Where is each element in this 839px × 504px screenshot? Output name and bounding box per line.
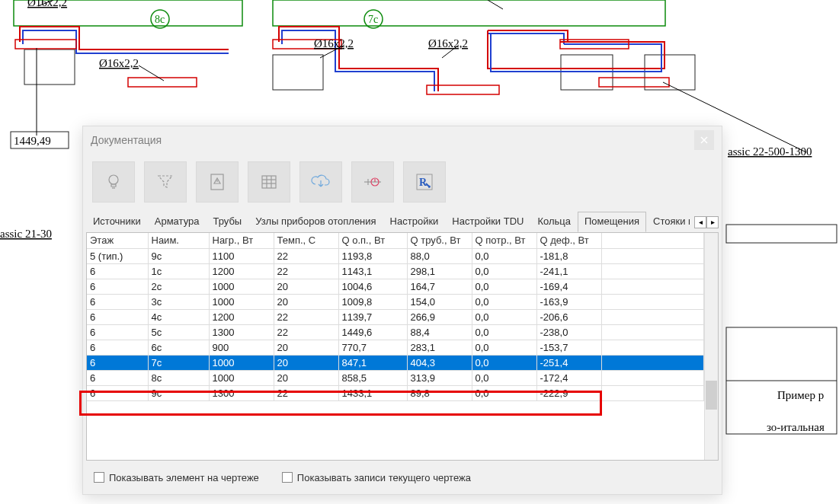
table-cell: -163,9	[536, 294, 601, 309]
table-cell: 0,0	[472, 309, 536, 324]
tab-heating-units[interactable]: Узлы приборов отопления	[248, 212, 383, 232]
table-cell: 9с	[148, 248, 209, 263]
checkbox-icon	[94, 472, 104, 483]
table-cell: -206,6	[536, 309, 601, 324]
vertical-scrollbar[interactable]	[704, 233, 718, 460]
table-cell: 7с	[148, 355, 209, 370]
table-cell: 2с	[148, 279, 209, 294]
table-cell: 1с	[148, 263, 209, 279]
svg-rect-31	[262, 176, 276, 188]
col-qcons[interactable]: Q потр., Вт	[472, 233, 536, 248]
col-spacer	[601, 233, 704, 248]
titlebar: Документация	[83, 126, 722, 154]
col-name[interactable]: Наим.	[148, 233, 209, 248]
table-cell: 1139,7	[338, 309, 407, 324]
cad-label: Ø16x2,2	[428, 37, 468, 49]
show-current-drawing-records-checkbox[interactable]: Показывать записи текущего чертежа	[282, 472, 471, 483]
tab-sources[interactable]: Источники	[86, 212, 148, 232]
tab-risers[interactable]: Стояки в перек	[646, 212, 690, 232]
table-row[interactable]: 66с90020770,7283,10,0-153,7	[87, 340, 704, 355]
table-cell: 8с	[148, 370, 209, 385]
table-cell	[601, 385, 704, 400]
table-header-row: Этаж Наим. Нагр., Вт Темп., С Q о.п., Вт…	[87, 233, 704, 248]
tab-rooms[interactable]: Помещения	[578, 212, 646, 232]
table-cell	[601, 355, 704, 370]
table-cell: 858,5	[338, 370, 407, 385]
table-cell: 6	[87, 385, 148, 400]
cad-label: 8c	[155, 14, 165, 25]
table-cell: 1100	[209, 248, 274, 263]
table-cell: 20	[274, 370, 338, 385]
grid-button[interactable]	[248, 161, 290, 203]
col-floor[interactable]: Этаж	[87, 233, 148, 248]
checkbox-label: Показывать элемент на чертеже	[109, 472, 259, 483]
cad-label: Ø16x2,2	[27, 0, 67, 8]
table-cell: 900	[209, 340, 274, 355]
table-row[interactable]: 64с1200221139,7266,90,0-206,6	[87, 309, 704, 324]
table-cell: 0,0	[472, 263, 536, 279]
table-row[interactable]: 62с1000201004,6164,70,0-169,4	[87, 279, 704, 294]
table-cell: -222,9	[536, 385, 601, 400]
table-cell: 20	[274, 279, 338, 294]
data-grid[interactable]: Этаж Наим. Нагр., Вт Темп., С Q о.п., Вт…	[86, 232, 719, 461]
checkbox-icon	[282, 472, 293, 483]
col-qdef[interactable]: Q деф., Вт	[536, 233, 601, 248]
svg-line-19	[139, 65, 164, 81]
table-cell: 0,0	[472, 355, 536, 370]
col-qop[interactable]: Q о.п., Вт	[338, 233, 407, 248]
revit-icon: R	[415, 173, 434, 191]
col-temp[interactable]: Темп., С	[274, 233, 338, 248]
table-cell: 1449,6	[338, 324, 407, 340]
footer: Показывать элемент на чертеже Показывать…	[83, 461, 722, 494]
close-button[interactable]	[694, 130, 714, 150]
table-cell: 1193,8	[338, 248, 407, 263]
table-cell: 1200	[209, 263, 274, 279]
table-cell: 1300	[209, 324, 274, 340]
col-qpipes[interactable]: Q труб., Вт	[407, 233, 472, 248]
revit-button[interactable]: R	[403, 161, 446, 203]
table-cell: -169,4	[536, 279, 601, 294]
table-cell: 1143,1	[338, 263, 407, 279]
tab-settings-tdu[interactable]: Настройки TDU	[445, 212, 530, 232]
table-row[interactable]: 61с1200221143,1298,10,0-241,1	[87, 263, 704, 279]
table-row[interactable]: 69с1300221433,189,80,0-222,9	[87, 385, 704, 400]
table-cell: 0,0	[472, 385, 536, 400]
tab-fittings[interactable]: Арматура	[148, 212, 207, 232]
measure-button[interactable]	[351, 161, 394, 203]
table-row[interactable]: 63с1000201009,8154,00,0-163,9	[87, 294, 704, 309]
table-cell: 22	[274, 309, 338, 324]
table-cell: 0,0	[472, 279, 536, 294]
cad-label: Пример р	[777, 389, 824, 401]
table-cell: 298,1	[407, 263, 472, 279]
cloud-download-button[interactable]	[299, 161, 342, 203]
table-cell: 313,9	[407, 370, 472, 385]
table-row[interactable]: 67с100020847,1404,30,0-251,4	[87, 355, 704, 370]
warning-button[interactable]	[196, 161, 239, 203]
table-cell: 154,0	[407, 294, 472, 309]
table-cell: 6	[87, 340, 148, 355]
filter-button[interactable]	[144, 161, 187, 203]
tabs-scroll-left[interactable]: ◂	[694, 216, 706, 228]
scrollbar-thumb[interactable]	[706, 381, 717, 410]
table-row[interactable]: 65с1300221449,688,40,0-238,0	[87, 324, 704, 340]
table-cell: 0,0	[472, 324, 536, 340]
col-load[interactable]: Нагр., Вт	[209, 233, 274, 248]
cad-label: 1449,49	[14, 135, 51, 147]
show-element-on-drawing-checkbox[interactable]: Показывать элемент на чертеже	[94, 472, 259, 483]
table-cell: 1300	[209, 385, 274, 400]
tab-pipes[interactable]: Трубы	[206, 212, 248, 232]
tabs-scroll-right[interactable]: ▸	[706, 216, 719, 228]
table-row[interactable]: 68с100020858,5313,90,0-172,4	[87, 370, 704, 385]
svg-rect-4	[24, 49, 75, 85]
tab-settings[interactable]: Настройки	[383, 212, 446, 232]
tab-rings[interactable]: Кольца	[530, 212, 578, 232]
idea-button[interactable]	[92, 161, 135, 203]
table-cell	[601, 294, 704, 309]
table-cell: 0,0	[472, 248, 536, 263]
cad-label: 7c	[368, 14, 378, 25]
table-cell	[601, 279, 704, 294]
table-cell: 6	[87, 279, 148, 294]
table-cell: 266,9	[407, 309, 472, 324]
table-row[interactable]: 5 (тип.)9с1100221193,888,00,0-181,8	[87, 248, 704, 263]
table-cell: 164,7	[407, 279, 472, 294]
